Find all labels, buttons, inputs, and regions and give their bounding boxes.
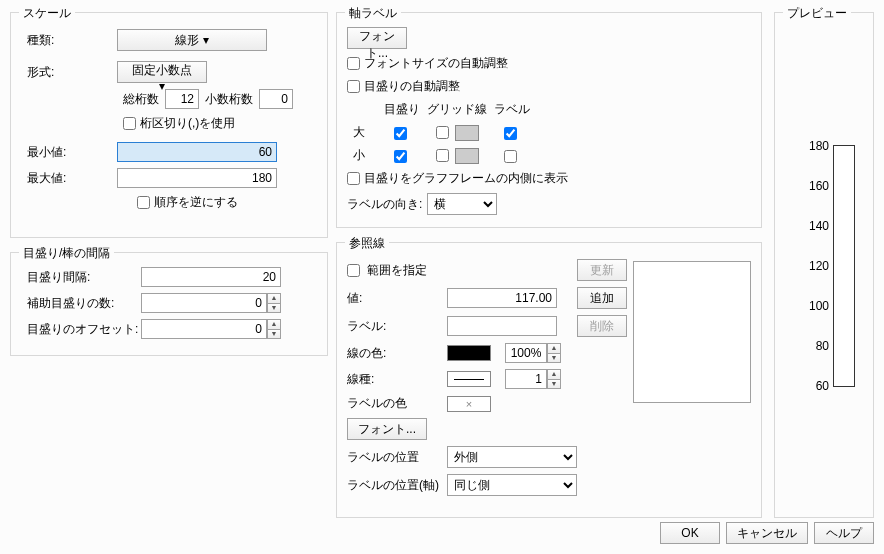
thousands-label: 桁区切り(,)を使用 <box>140 115 235 132</box>
linecolor-label: 線の色: <box>347 345 447 362</box>
minor-label-checkbox[interactable] <box>504 150 517 163</box>
auto-tick-checkbox[interactable] <box>347 80 360 93</box>
scale-group: スケール 種類: 線形 ▾ 形式: 固定小数点 ▾ 総桁数 小数桁数 桁区切り(… <box>10 12 328 238</box>
total-digits-label: 総桁数 <box>123 91 159 108</box>
tick-120: 120 <box>805 259 829 273</box>
footer-buttons: OK キャンセル ヘルプ <box>660 522 874 544</box>
thousands-checkbox[interactable] <box>123 117 136 130</box>
minor-grid-checkbox[interactable] <box>436 149 449 162</box>
minor-tick-checkbox[interactable] <box>394 150 407 163</box>
row-minor-label: 小 <box>353 147 377 164</box>
reflines-group: 参照線 範囲を指定 更新 値: 追加 ラベル: 削除 線の色: ▲▼ 線種: <box>336 242 762 518</box>
orient-select[interactable]: 横 <box>427 193 497 215</box>
tick-160: 160 <box>805 179 829 193</box>
tick-80: 80 <box>805 339 829 353</box>
inside-checkbox[interactable] <box>347 172 360 185</box>
range-label: 範囲を指定 <box>367 263 427 277</box>
reverse-checkbox[interactable] <box>137 196 150 209</box>
major-grid-checkbox[interactable] <box>436 126 449 139</box>
major-label-checkbox[interactable] <box>504 127 517 140</box>
preview-group: プレビュー 180 160 140 120 100 80 60 <box>774 12 874 518</box>
axis-label-group: 軸ラベル フォント... フォントサイズの自動調整 目盛りの自動調整 目盛り グ… <box>336 12 762 228</box>
range-checkbox[interactable] <box>347 264 360 277</box>
labelpos-select[interactable]: 外側 <box>447 446 577 468</box>
col-tick: 目盛り <box>377 101 427 118</box>
ticks-legend: 目盛り/棒の間隔 <box>19 245 114 262</box>
reflabel-input[interactable] <box>447 316 557 336</box>
labelcolor-label: ラベルの色 <box>347 395 447 412</box>
value-label: 値: <box>347 290 447 307</box>
total-digits-input[interactable] <box>165 89 199 109</box>
dec-digits-label: 小数桁数 <box>205 91 253 108</box>
inside-label: 目盛りをグラフフレームの内側に表示 <box>364 170 568 187</box>
axis-label-legend: 軸ラベル <box>345 5 401 22</box>
update-button[interactable]: 更新 <box>577 259 627 281</box>
value-input[interactable] <box>447 288 557 308</box>
scale-type-dropdown[interactable]: 線形 ▾ <box>117 29 267 51</box>
min-label: 最小値: <box>21 144 117 161</box>
tick-140: 140 <box>805 219 829 233</box>
reverse-label: 順序を逆にする <box>154 194 238 211</box>
major-tick-checkbox[interactable] <box>394 127 407 140</box>
reflabel-label: ラベル: <box>347 318 447 335</box>
preview-legend: プレビュー <box>783 5 851 22</box>
auto-font-checkbox[interactable] <box>347 57 360 70</box>
col-grid: グリッド線 <box>427 101 487 118</box>
offset-input[interactable] <box>141 319 267 339</box>
max-label: 最大値: <box>21 170 117 187</box>
delete-button[interactable]: 削除 <box>577 315 627 337</box>
opacity-input[interactable] <box>505 343 547 363</box>
linecolor-swatch[interactable] <box>447 345 491 361</box>
interval-label: 目盛り間隔: <box>21 269 141 286</box>
scale-legend: スケール <box>19 5 75 22</box>
reflines-listbox[interactable] <box>633 261 751 403</box>
labelcolor-swatch[interactable]: × <box>447 396 491 412</box>
linekind-input[interactable] <box>505 369 547 389</box>
ok-button[interactable]: OK <box>660 522 720 544</box>
offset-spinner[interactable]: ▲▼ <box>267 319 281 339</box>
help-button[interactable]: ヘルプ <box>814 522 874 544</box>
offset-label: 目盛りのオフセット: <box>21 321 141 338</box>
linekind-label: 線種: <box>347 371 447 388</box>
linekind-swatch[interactable] <box>447 371 491 387</box>
interval-input[interactable] <box>141 267 281 287</box>
dec-digits-input[interactable] <box>259 89 293 109</box>
cancel-button[interactable]: キャンセル <box>726 522 808 544</box>
labelpos-axis-label: ラベルの位置(軸) <box>347 477 447 494</box>
scale-format-dropdown[interactable]: 固定小数点 ▾ <box>117 61 207 83</box>
scale-type-label: 種類: <box>21 32 117 49</box>
preview-bar <box>833 145 855 387</box>
minor-grid-color[interactable] <box>455 148 479 164</box>
tick-60: 60 <box>805 379 829 393</box>
reflines-legend: 参照線 <box>345 235 389 252</box>
axis-font-button[interactable]: フォント... <box>347 27 407 49</box>
min-input[interactable] <box>117 142 277 162</box>
auto-tick-label: 目盛りの自動調整 <box>364 78 460 95</box>
linekind-spinner[interactable]: ▲▼ <box>547 369 561 389</box>
scale-format-label: 形式: <box>21 64 117 81</box>
minor-spinner[interactable]: ▲▼ <box>267 293 281 313</box>
row-major-label: 大 <box>353 124 377 141</box>
minor-input[interactable] <box>141 293 267 313</box>
add-button[interactable]: 追加 <box>577 287 627 309</box>
orient-label: ラベルの向き: <box>347 196 427 213</box>
labelpos-axis-select[interactable]: 同じ側 <box>447 474 577 496</box>
reflines-font-button[interactable]: フォント... <box>347 418 427 440</box>
tick-180: 180 <box>805 139 829 153</box>
minor-label: 補助目盛りの数: <box>21 295 141 312</box>
ticks-group: 目盛り/棒の間隔 目盛り間隔: 補助目盛りの数: ▲▼ 目盛りのオフセット: ▲… <box>10 252 328 356</box>
major-grid-color[interactable] <box>455 125 479 141</box>
labelpos-label: ラベルの位置 <box>347 449 447 466</box>
col-label: ラベル <box>487 101 537 118</box>
tick-100: 100 <box>805 299 829 313</box>
opacity-spinner[interactable]: ▲▼ <box>547 343 561 363</box>
auto-font-label: フォントサイズの自動調整 <box>364 55 508 72</box>
max-input[interactable] <box>117 168 277 188</box>
